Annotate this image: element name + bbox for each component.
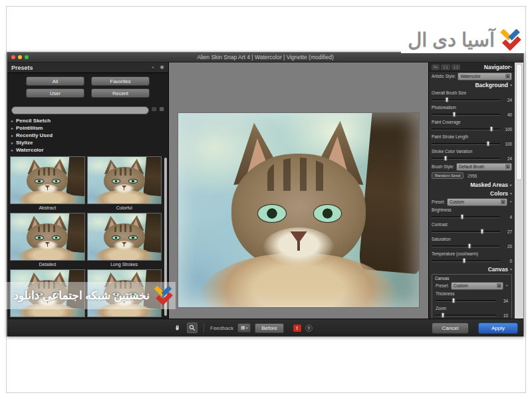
canvas-sliders: Thickness 34 Zoom 10 [433, 291, 511, 319]
gear-icon[interactable]: ✱ [160, 65, 164, 70]
zoom-tool-button[interactable] [187, 323, 198, 333]
brand-text: آسیا دی ال [408, 31, 495, 50]
section-header-colors[interactable]: Colors ▾ [429, 189, 515, 198]
chevron-down-icon: ▾ [505, 164, 510, 169]
slider-knob[interactable] [444, 156, 447, 161]
disclosure-triangle-icon: ▸ [11, 118, 13, 123]
minimize-window-icon[interactable] [18, 55, 22, 59]
slider-knob[interactable] [487, 141, 490, 146]
colors-preset-row: Preset: Custom ▾ + [429, 198, 515, 206]
filter-button-user[interactable]: User [26, 88, 84, 98]
filter-button-recent[interactable]: Recent [91, 88, 150, 98]
save-preset-icon[interactable]: + [509, 200, 512, 204]
window-controls[interactable] [11, 55, 29, 59]
chevron-down-icon: ▾ [510, 267, 512, 271]
screenshot-page: آسیا دی ال Alien Skin Snap Art 4 | Water… [0, 0, 532, 399]
slider-track[interactable] [432, 114, 500, 116]
slider-brightness: Brightness 4 [429, 207, 515, 221]
feedback-alert-icon[interactable]: ! [293, 325, 301, 332]
slider-temperature-cool-warm: Temperature (cool/warm) 0 [429, 251, 515, 265]
thumbnail-image[interactable] [87, 213, 162, 261]
section-header-canvas[interactable]: Canvas ▾ [429, 265, 515, 273]
slider-knob[interactable] [441, 313, 444, 318]
slider-track[interactable] [432, 260, 500, 262]
slider-track[interactable] [436, 300, 496, 302]
random-seed-value: 2956 [467, 174, 477, 178]
slider-knob[interactable] [445, 97, 448, 102]
slider-label: Photorealism [432, 105, 512, 110]
slider-knob[interactable] [463, 258, 466, 263]
preset-thumbnail-long-strokes[interactable]: Long Strokes [87, 213, 162, 268]
thumbnail-image[interactable] [10, 156, 85, 204]
hand-tool-button[interactable] [172, 323, 183, 333]
category-pointillism[interactable]: ▸Pointillism [7, 124, 168, 132]
slider-knob[interactable] [489, 126, 493, 132]
preset-thumbnail-detailed[interactable]: Detailed [10, 213, 85, 268]
slider-knob[interactable] [481, 229, 484, 234]
slider-label: Brightness [432, 207, 512, 212]
magnifier-icon [189, 325, 196, 331]
category-watercolor[interactable]: ▸Watercolor [7, 146, 168, 154]
presets-title: Presets [11, 65, 33, 71]
brush-style-dropdown[interactable]: Default Brush ▾ [456, 163, 512, 171]
slider-knob[interactable] [461, 214, 464, 219]
slider-track[interactable] [432, 128, 500, 130]
canvas-preset-dropdown[interactable]: Custom ▾ [451, 282, 503, 290]
grid-view-icon[interactable]: ▦ [159, 106, 164, 112]
zoom-button-1-2[interactable]: 1:2 [452, 65, 461, 70]
preset-thumbnail-abstract[interactable]: Abstract [10, 156, 85, 211]
slider-track[interactable] [432, 99, 500, 101]
category-recently-used[interactable]: ▸Recently Used [7, 132, 168, 139]
filter-button-all[interactable]: All [26, 76, 84, 86]
save-canvas-preset-icon[interactable]: + [505, 283, 508, 288]
zoom-window-icon[interactable] [25, 55, 29, 59]
section-header-background[interactable]: Background ▾ [429, 80, 515, 89]
before-button[interactable]: Before [255, 323, 284, 333]
right-scrollbar[interactable] [515, 63, 523, 319]
checkmark-logo-icon [499, 29, 521, 51]
banner-text: نخستین شبکه اجتماعی دانلود [13, 289, 150, 303]
cancel-button[interactable]: Cancel [432, 323, 469, 334]
slider-overall-brush-size: Overall Brush Size 24 [429, 90, 515, 104]
brush-style-row: Brush Style: Default Brush ▾ [429, 162, 515, 171]
thumbnail-image[interactable] [87, 156, 162, 204]
add-preset-icon[interactable]: + [152, 65, 155, 70]
section-header-masked-areas[interactable]: Masked Areas ▸ [429, 180, 515, 189]
slider-track[interactable] [432, 216, 500, 218]
slider-track[interactable] [432, 231, 500, 233]
zoom-button-fit[interactable]: Fit [432, 65, 440, 70]
disclosure-triangle-icon: ▸ [11, 133, 13, 138]
close-window-icon[interactable] [11, 55, 15, 59]
thumbnail-label: Colorful [87, 204, 162, 211]
canvas-group-label: Canvas [435, 276, 509, 281]
filter-button-favorites[interactable]: Favorites [91, 76, 150, 86]
slider-paint-coverage: Paint Coverage 100 [429, 120, 515, 133]
canvas-group: Canvas Preset: Custom ▾ + Thickness 34 [432, 274, 512, 319]
help-icon[interactable]: ? [305, 325, 313, 332]
artistic-style-dropdown[interactable]: Watercolor ▾ [458, 72, 512, 80]
view-mode-dropdown[interactable]: ▦▾ [237, 323, 251, 332]
divider [203, 323, 204, 332]
colors-preset-dropdown[interactable]: Custom ▾ [447, 198, 507, 206]
slider-track[interactable] [432, 245, 500, 247]
chevron-down-icon[interactable]: ▾ [510, 65, 512, 69]
right-scrollbar-thumb[interactable] [516, 64, 522, 180]
slider-knob[interactable] [467, 243, 471, 249]
preset-thumbnail-colorful[interactable]: Colorful [87, 156, 162, 211]
thumbnail-image[interactable] [10, 213, 85, 261]
zoom-button-1-1[interactable]: 1:1 [441, 65, 450, 70]
slider-track[interactable] [436, 315, 496, 317]
random-seed-button[interactable]: Random Seed [432, 172, 464, 179]
slider-knob[interactable] [452, 112, 456, 117]
slider-value: 24 [503, 156, 512, 161]
preview-image[interactable] [178, 113, 419, 307]
category-stylize[interactable]: ▸Stylize [7, 139, 168, 146]
slider-track[interactable] [432, 143, 500, 145]
list-view-icon[interactable]: ▤ [152, 106, 157, 112]
category-pencil-sketch[interactable]: ▸Pencil Sketch [7, 117, 168, 124]
artistic-style-label: Artistic Style: [432, 74, 456, 78]
apply-button[interactable]: Apply [478, 323, 518, 334]
slider-knob[interactable] [452, 298, 456, 303]
slider-track[interactable] [432, 158, 500, 160]
search-input[interactable] [11, 106, 149, 114]
